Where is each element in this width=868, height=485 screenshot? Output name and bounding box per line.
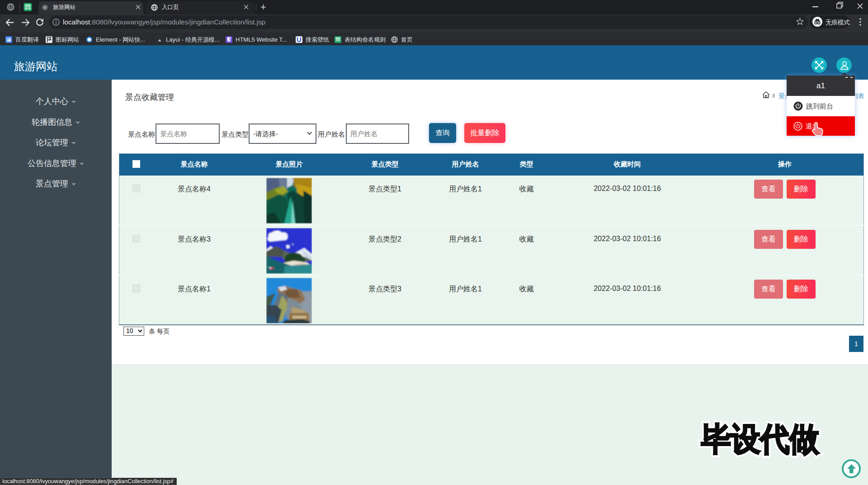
- svg-text:毕设代做: 毕设代做: [701, 421, 819, 457]
- svg-text:译: 译: [6, 38, 11, 43]
